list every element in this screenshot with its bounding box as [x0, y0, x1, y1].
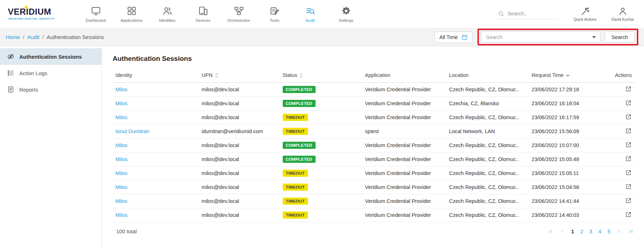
open-details-icon[interactable] — [625, 211, 632, 218]
pagination-page-2[interactable]: 2 — [580, 228, 583, 234]
status-badge: TIMEOUT — [283, 170, 308, 177]
pagination-page-5[interactable]: 5 — [608, 228, 610, 234]
breadcrumb-current: Authentication Sessions — [47, 34, 104, 40]
identity-link[interactable]: Milos — [115, 101, 128, 106]
column-header-actions: Actions — [610, 68, 635, 83]
global-search-input[interactable] — [507, 11, 554, 16]
veridium-logo[interactable]: VERIDIUM TRUSTED DIGITAL IDENTITY — [8, 8, 71, 20]
next-page-icon[interactable] — [616, 229, 622, 234]
table-header-row: IdentityUPNStatusApplicationLocationRequ… — [113, 68, 635, 83]
request-time-cell: 23/06/2022 16:17:59 — [529, 111, 609, 125]
application-cell: Veridium Credential Provider — [362, 180, 446, 194]
breadcrumb-bar: Home / Audit / Authentication Sessions A… — [0, 28, 644, 46]
column-header-request-time[interactable]: Request Time — [529, 68, 609, 83]
pagination-page-3[interactable]: 3 — [589, 228, 592, 234]
nav-item-applications[interactable]: Applications — [114, 6, 149, 23]
identity-link[interactable]: Milos — [115, 198, 128, 204]
location-cell: Czech Republic, CZ, Olomuc.. — [446, 208, 529, 222]
tools-icon — [269, 6, 280, 16]
location-cell: Local Network, LAN — [446, 125, 529, 138]
location-cell: Czech Republic, CZ, Olomuc.. — [446, 180, 529, 194]
prev-page-icon[interactable] — [560, 229, 565, 234]
table-row: Milosmilos@dev.localCOMPLETEDVeridium Cr… — [113, 152, 635, 166]
page-title: Authentication Sessions — [113, 55, 635, 63]
open-details-icon[interactable] — [625, 86, 632, 92]
time-filter-button[interactable]: All Time — [435, 31, 472, 43]
dashboard-icon — [91, 6, 101, 16]
identity-link[interactable]: Milos — [115, 115, 128, 120]
nav-item-identities[interactable]: Identities — [149, 6, 185, 23]
location-cell: Czech Republic, CZ, Olomuc.. — [446, 138, 529, 152]
pagination-page-4[interactable]: 4 — [598, 228, 601, 234]
logs-icon — [7, 69, 14, 77]
sidebar-item-authentication-sessions[interactable]: Authentication Sessions — [0, 48, 101, 65]
open-details-icon[interactable] — [625, 113, 632, 120]
identity-link[interactable]: Milos — [115, 184, 128, 190]
column-header-status[interactable]: Status — [280, 68, 362, 83]
orchestrator-icon — [234, 6, 244, 16]
sidebar-item-label: Reports — [19, 87, 38, 93]
location-cell: Czech Republic, CZ, Olomuc.. — [446, 83, 529, 97]
column-label: Actions — [615, 72, 632, 78]
column-label: Identity — [115, 72, 132, 78]
quick-actions-button[interactable]: Quick Actions — [574, 7, 596, 21]
open-details-icon[interactable] — [625, 197, 632, 204]
open-details-icon[interactable] — [625, 183, 632, 190]
breadcrumb-audit[interactable]: Audit — [27, 34, 39, 40]
open-details-icon[interactable] — [625, 169, 632, 176]
sort-desc-icon — [566, 74, 570, 77]
column-label: Application — [365, 72, 390, 78]
identity-link[interactable]: Milos — [115, 87, 128, 92]
nav-item-settings[interactable]: Settings — [328, 6, 364, 23]
request-time-cell: 23/06/2022 17:29:18 — [529, 83, 609, 97]
brand-name: VERIDIUM — [8, 7, 51, 16]
request-time-cell: 23/06/2022 15:56:09 — [529, 125, 609, 138]
status-badge: TIMEOUT — [283, 198, 308, 205]
nav-item-devices[interactable]: Devices — [185, 6, 221, 23]
top-bar: VERIDIUM TRUSTED DIGITAL IDENTITY Dashbo… — [0, 0, 644, 28]
identity-link[interactable]: Milos — [115, 170, 128, 176]
search-button[interactable]: Search — [605, 31, 635, 43]
application-cell: Veridium Credential Provider — [362, 208, 446, 222]
nav-item-label: Tools — [270, 18, 279, 23]
open-details-icon[interactable] — [625, 127, 632, 134]
pagination: 12345 — [548, 228, 633, 234]
nav-item-tools[interactable]: Tools — [257, 6, 292, 23]
sort-toggle-icon — [215, 73, 218, 78]
breadcrumb-separator: / — [39, 34, 46, 40]
sidebar-item-label: Action Logs — [19, 70, 47, 76]
content-layout: Authentication SessionsAction LogsReport… — [0, 46, 644, 248]
status-badge: TIMEOUT — [283, 128, 308, 135]
last-page-icon[interactable] — [628, 229, 633, 234]
nav-item-dashboard[interactable]: Dashboard — [78, 6, 114, 23]
first-page-icon[interactable] — [548, 229, 554, 234]
nav-item-label: Settings — [338, 18, 353, 23]
identity-link[interactable]: Milos — [115, 156, 128, 162]
identity-link[interactable]: Milos — [115, 142, 128, 148]
upn-cell: milos@dev.local — [199, 152, 279, 166]
sidebar-item-action-logs[interactable]: Action Logs — [0, 65, 101, 81]
identity-link[interactable]: Ionut Dumitran — [115, 128, 149, 134]
pagination-page-1[interactable]: 1 — [571, 228, 574, 234]
column-header-upn[interactable]: UPN — [199, 68, 279, 83]
identity-link[interactable]: Milos — [115, 212, 128, 218]
status-badge: COMPLETED — [283, 156, 316, 163]
main-content: Authentication Sessions IdentityUPNStatu… — [102, 46, 644, 248]
user-menu[interactable]: David Kuchar — [611, 7, 634, 21]
sidebar-item-label: Authentication Sessions — [19, 54, 82, 60]
open-details-icon[interactable] — [625, 155, 632, 162]
nav-item-orchestrator[interactable]: Orchestrator — [221, 6, 257, 23]
subheader-controls: All Time Search Search — [435, 29, 638, 45]
open-details-icon[interactable] — [625, 99, 632, 106]
breadcrumb-home[interactable]: Home — [6, 34, 20, 40]
upn-cell: milos@dev.local — [199, 194, 279, 208]
upn-cell: milos@dev.local — [199, 97, 279, 111]
total-count: 100 total — [116, 228, 137, 234]
open-details-icon[interactable] — [625, 141, 632, 148]
search-icon — [498, 10, 504, 17]
sidebar-item-reports[interactable]: Reports — [0, 81, 101, 98]
search-field-dropdown[interactable]: Search — [481, 31, 601, 43]
application-cell: Veridium Credential Provider — [362, 111, 446, 125]
nav-item-audit[interactable]: Audit — [292, 6, 328, 23]
devices-icon — [198, 6, 208, 16]
